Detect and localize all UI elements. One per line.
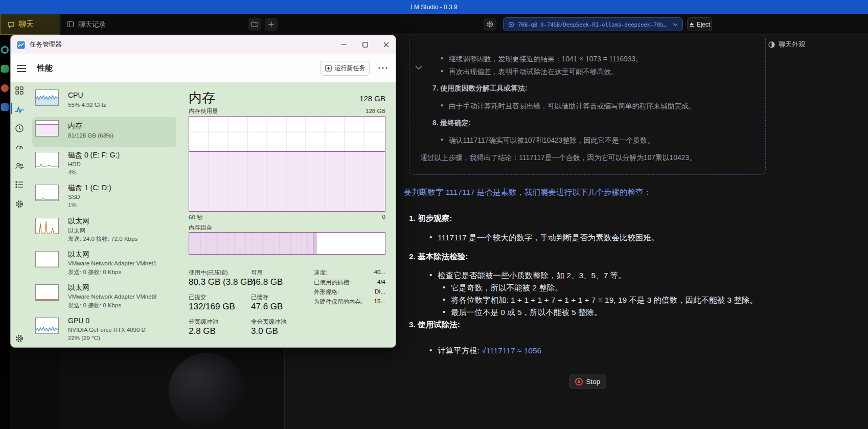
perf-item-title: 磁盘 1 (C: D:) — [68, 184, 111, 193]
task-manager-app-icon — [17, 41, 25, 49]
background-red-icon — [1, 84, 9, 92]
perf-item-sub: HDD — [68, 161, 81, 167]
background-blue-icon — [1, 103, 9, 111]
nav-processes[interactable] — [13, 84, 26, 97]
perf-item-sub: 发送: 0 接收: 0 Kbps — [68, 268, 121, 276]
thinking-line: 继续调整因数，发现更接近的结果：1041 × 1073 = 1116933。 — [449, 55, 643, 64]
run-new-task-button[interactable]: 运行新任务 — [321, 61, 370, 76]
processes-icon — [15, 86, 24, 95]
perf-item-ethernet-1[interactable]: 以太网 以太网 发送: 24.0 接收: 72.0 Kbps — [32, 215, 176, 246]
nav-details[interactable] — [13, 178, 26, 191]
perf-item-title: 内存 — [68, 122, 82, 131]
memory-modified-segment — [313, 233, 316, 254]
perf-item-disk0[interactable]: 磁盘 0 (E: F: G:) HDD 4% — [32, 149, 176, 180]
stop-icon — [575, 378, 583, 386]
task-manager-body: CPU 55% 4.92 GHz 内存 81/128 GB (63%) 磁盘 0… — [11, 82, 396, 348]
answer-line: 1117117 是一个较大的数字，手动判断是否为素数会比较困难。 — [438, 233, 659, 243]
memory-composition-bar — [189, 232, 385, 255]
perf-item-cpu[interactable]: CPU 55% 4.92 GHz — [32, 86, 176, 116]
answer-line: 计算平方根: √1117117 ≈ 1056 — [438, 346, 541, 356]
import-chat-button[interactable] — [248, 18, 261, 31]
perf-item-gpu[interactable]: GPU 0 NVIDIA GeForce RTX 4090 D 22% (29 … — [32, 314, 176, 346]
chevron-down-icon — [673, 22, 678, 27]
tab-chat[interactable]: 聊天 — [0, 14, 60, 35]
nav-performance[interactable] — [13, 103, 26, 117]
perf-item-disk1[interactable]: 磁盘 1 (C: D:) SSD 1% — [32, 182, 176, 213]
stat-label: 分页缓冲池 — [189, 318, 218, 326]
minimize-button[interactable] — [333, 35, 354, 54]
background-green-icon — [1, 65, 9, 73]
thinking-line: 再次出现偏差，表明手动试除法在这里可能不够高效。 — [449, 67, 618, 77]
memory-total: 128 GB — [359, 94, 385, 103]
nav-app-history[interactable] — [13, 122, 26, 135]
chat-appearance-toggle[interactable]: 聊天外观 — [768, 40, 805, 49]
perf-item-sub: 以太网 — [68, 227, 86, 235]
memory-sparkline — [35, 120, 59, 137]
timescale-label: 60 秒 — [189, 214, 203, 221]
maximize-button[interactable] — [354, 35, 376, 54]
math-expression: √1117117 ≈ 1056 — [482, 346, 541, 355]
nav-users[interactable] — [13, 160, 26, 173]
perf-item-sub: VMware Network Adapter VMnet1 — [68, 260, 156, 266]
plus-icon — [268, 21, 275, 28]
thinking-line: 由于手动计算耗时且容易出错，可以借助计算器或编写简单的程序来辅助完成。 — [449, 102, 696, 111]
nav-services[interactable] — [13, 197, 26, 211]
gear-icon — [486, 20, 494, 28]
chat-history-label: 聊天记录 — [78, 20, 106, 29]
perf-item-ethernet-2[interactable]: 以太网 VMware Network Adapter VMnet1 发送: 0 … — [32, 248, 176, 280]
side-stat-value: 4/4 — [377, 279, 385, 285]
eject-icon — [689, 22, 694, 27]
perf-item-sub: NVIDIA GeForce RTX 4090 D — [68, 327, 146, 333]
perf-item-title: 以太网 — [68, 250, 89, 259]
disk0-sparkline — [35, 152, 59, 168]
stop-generation-button[interactable]: Stop — [569, 374, 606, 389]
side-stat-label: 速度: — [314, 269, 327, 277]
page-title: 性能 — [37, 63, 53, 73]
sidebar-panel-icon[interactable] — [66, 20, 74, 28]
ethernet3-sparkline — [35, 284, 59, 301]
close-button[interactable] — [375, 35, 396, 54]
nav-startup-apps[interactable] — [13, 141, 26, 154]
appearance-icon — [768, 41, 775, 49]
perf-item-title: 以太网 — [68, 217, 89, 226]
perf-item-title: GPU 0 — [68, 317, 89, 325]
collapse-thinking-icon[interactable] — [415, 64, 422, 71]
perf-item-ethernet-3[interactable]: 以太网 VMware Network Adapter VMnet8 发送: 0 … — [32, 281, 176, 313]
perf-item-sub: SSD — [68, 194, 80, 200]
usage-label: 内存使用量 — [189, 107, 218, 115]
task-manager-window: 任务管理器 性能 运行新任务 — [10, 35, 396, 348]
perf-item-sub: 发送: 0 接收: 0 Kbps — [68, 302, 121, 309]
thinking-line: 8. 最终确定: — [432, 119, 471, 128]
chat-tab-label: 聊天 — [18, 19, 34, 29]
new-chat-button[interactable] — [265, 18, 278, 31]
eject-model-button[interactable]: Eject — [687, 17, 712, 31]
stat-value: 132/169 GB — [189, 302, 235, 312]
composition-label: 内存组合 — [189, 224, 212, 232]
model-name: 70B-q8_0-74GB/DeepSeek-R1-ollama-deepsee… — [518, 21, 669, 28]
detail-title: 内存 — [189, 89, 215, 107]
stat-label: 使用中(已压缩) — [189, 269, 228, 277]
services-gear-icon — [15, 199, 24, 209]
task-manager-title: 任务管理器 — [30, 40, 62, 49]
stat-value: 80.3 GB (3.8 GB) — [189, 277, 256, 287]
answer-line: 最后一位不是 0 或 5，所以不能被 5 整除。 — [451, 307, 602, 318]
answer-line: 检查它是否能被一些小质数整除，如 2、3、5、7 等。 — [438, 270, 626, 281]
task-manager-titlebar[interactable]: 任务管理器 — [11, 35, 396, 54]
more-options-icon[interactable] — [378, 66, 388, 70]
model-settings-button[interactable] — [484, 18, 496, 31]
perf-item-sub: 55% 4.92 GHz — [68, 102, 106, 108]
lmstudio-titlebar: LM Studio - 0.3.9 — [0, 0, 868, 14]
perf-item-memory[interactable]: 内存 81/128 GB (63%) — [32, 117, 176, 147]
gpu-sparkline — [35, 318, 59, 334]
stat-label: 可用 — [251, 269, 263, 277]
thinking-line: 通过以上步骤，我得出了结论：1117117是一个合数，因为它可以分解为107乘以… — [420, 153, 696, 163]
cpu-sparkline — [35, 89, 59, 106]
timescale-zero: 0 — [382, 214, 385, 220]
chat-bubble-icon — [8, 21, 15, 28]
screen: LM Studio - 0.3.9 聊天 聊天记录 70B-q8_0-74GB/ — [0, 0, 868, 429]
disk1-sparkline — [35, 185, 59, 201]
model-selector[interactable]: 70B-q8_0-74GB/DeepSeek-R1-ollama-deepsee… — [503, 17, 683, 31]
settings-button[interactable] — [13, 332, 26, 345]
hamburger-menu-icon[interactable] — [17, 64, 27, 73]
folder-icon — [251, 20, 259, 28]
